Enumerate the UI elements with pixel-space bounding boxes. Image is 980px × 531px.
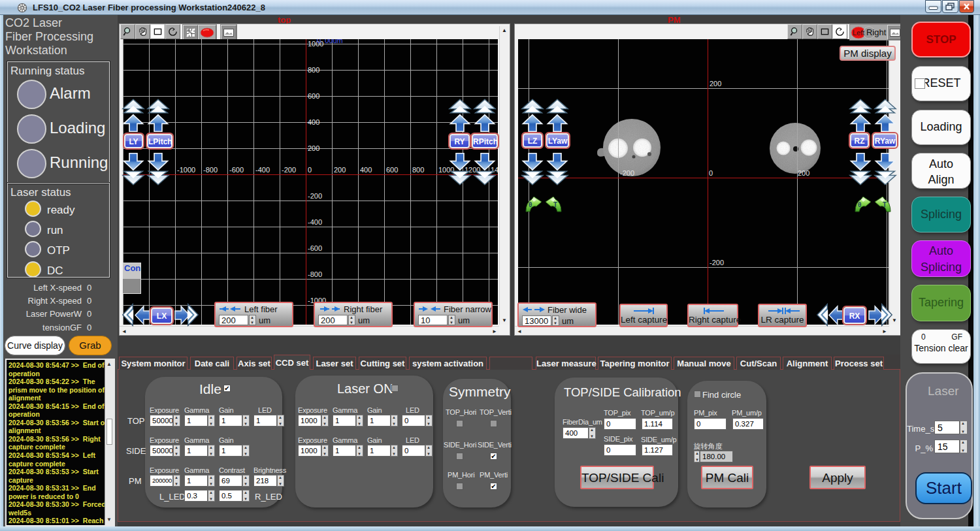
svg-text:-200: -200 — [282, 166, 296, 174]
svg-text:0: 0 — [709, 169, 713, 177]
svg-text:800: 800 — [308, 66, 319, 74]
svg-text:-600: -600 — [229, 166, 244, 174]
svg-text:-1000: -1000 — [177, 166, 195, 174]
svg-text:200: 200 — [308, 144, 319, 152]
svg-text:-200: -200 — [620, 169, 634, 177]
svg-text:-800: -800 — [203, 166, 218, 174]
svg-text:-200: -200 — [710, 259, 724, 266]
svg-text:800: 800 — [412, 166, 424, 174]
svg-text:-400: -400 — [308, 218, 322, 226]
svg-text:Left: Left — [853, 29, 864, 37]
svg-text:200: 200 — [798, 169, 809, 177]
svg-text:-200: -200 — [308, 192, 322, 200]
svg-text:-600: -600 — [308, 244, 322, 252]
svg-text:600: 600 — [308, 92, 319, 100]
svg-text:-800: -800 — [308, 270, 322, 278]
svg-text:400: 400 — [308, 118, 319, 126]
svg-text:200: 200 — [334, 166, 346, 174]
svg-text:-400: -400 — [255, 166, 270, 174]
svg-text:200: 200 — [710, 80, 721, 88]
svg-text:0. 00um: 0. 00um — [317, 39, 343, 44]
svg-text:400: 400 — [360, 166, 372, 174]
svg-text:600: 600 — [386, 166, 398, 174]
svg-text:0: 0 — [308, 166, 312, 174]
